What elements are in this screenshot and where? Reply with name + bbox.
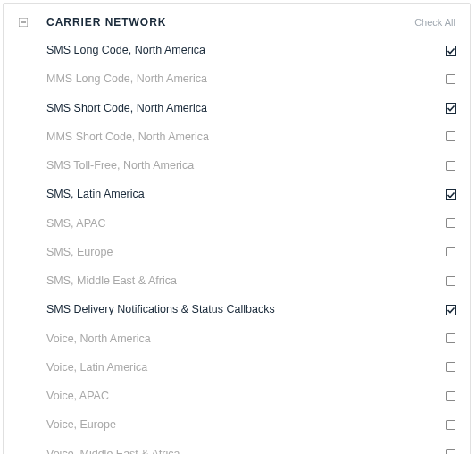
item-checkbox[interactable]	[446, 276, 455, 286]
list-item: SMS Delivery Notifications & Status Call…	[46, 295, 455, 324]
panel-title: CARRIER NETWORK	[46, 16, 166, 29]
svg-rect-3	[447, 104, 456, 114]
item-checkbox[interactable]	[446, 189, 455, 199]
list-item: SMS Short Code, North America	[46, 94, 455, 122]
item-label: Voice, Europe	[46, 417, 446, 432]
item-checkbox[interactable]	[446, 420, 455, 430]
item-label: MMS Long Code, North America	[46, 71, 446, 86]
item-checkbox[interactable]	[446, 161, 455, 171]
check-icon	[446, 305, 456, 315]
item-label: SMS Long Code, North America	[46, 43, 446, 57]
item-label: MMS Short Code, North America	[46, 130, 446, 144]
item-checkbox[interactable]	[446, 74, 455, 84]
svg-rect-5	[447, 305, 456, 315]
check-icon	[446, 189, 456, 200]
item-checkbox[interactable]	[446, 333, 455, 343]
item-checkbox[interactable]	[446, 449, 455, 454]
item-label: SMS, Middle East & Africa	[46, 273, 446, 288]
check-all-link[interactable]: Check All	[414, 17, 455, 28]
minus-icon	[19, 18, 28, 27]
carrier-network-panel: CARRIER NETWORK i Check All SMS Long Cod…	[3, 3, 471, 454]
item-label: Voice, Middle East & Africa	[46, 447, 446, 455]
item-label: SMS Toll-Free, North America	[46, 158, 446, 172]
check-icon	[446, 46, 456, 56]
collapse-toggle[interactable]	[18, 17, 29, 28]
info-icon[interactable]: i	[170, 18, 171, 27]
list-item: SMS, Latin America	[46, 180, 455, 208]
item-checkbox[interactable]	[446, 305, 455, 315]
item-checkbox[interactable]	[446, 218, 455, 228]
item-checkbox[interactable]	[446, 362, 455, 372]
item-checkbox[interactable]	[446, 103, 455, 113]
item-label: Voice, North America	[46, 332, 446, 346]
item-checkbox[interactable]	[446, 247, 455, 256]
panel-header: CARRIER NETWORK i Check All	[4, 4, 470, 36]
list-item: Voice, Europe	[46, 410, 455, 439]
items-list: SMS Long Code, North AmericaMMS Long Cod…	[4, 36, 470, 454]
svg-rect-2	[447, 46, 456, 55]
item-label: Voice, APAC	[46, 389, 446, 403]
list-item: Voice, Latin America	[46, 353, 455, 382]
list-item: SMS, Middle East & Africa	[46, 266, 455, 295]
list-item: Voice, North America	[46, 324, 455, 353]
list-item: Voice, APAC	[46, 382, 455, 410]
item-checkbox[interactable]	[446, 131, 455, 141]
list-item: SMS, Europe	[46, 238, 455, 266]
item-label: SMS, Latin America	[46, 187, 446, 201]
check-icon	[446, 103, 456, 114]
list-item: SMS Toll-Free, North America	[46, 151, 455, 180]
list-item: SMS Long Code, North America	[46, 36, 455, 64]
svg-rect-1	[21, 21, 26, 22]
list-item: Voice, Middle East & Africa	[46, 440, 455, 455]
item-checkbox[interactable]	[446, 391, 455, 401]
list-item: MMS Short Code, North America	[46, 122, 455, 151]
item-label: SMS, APAC	[46, 216, 446, 231]
item-label: SMS Short Code, North America	[46, 101, 446, 115]
list-item: MMS Long Code, North America	[46, 64, 455, 93]
svg-rect-4	[447, 189, 456, 199]
list-item: SMS, APAC	[46, 209, 455, 238]
item-checkbox[interactable]	[446, 46, 455, 55]
item-label: SMS, Europe	[46, 245, 446, 259]
item-label: SMS Delivery Notifications & Status Call…	[46, 302, 446, 316]
item-label: Voice, Latin America	[46, 360, 446, 374]
